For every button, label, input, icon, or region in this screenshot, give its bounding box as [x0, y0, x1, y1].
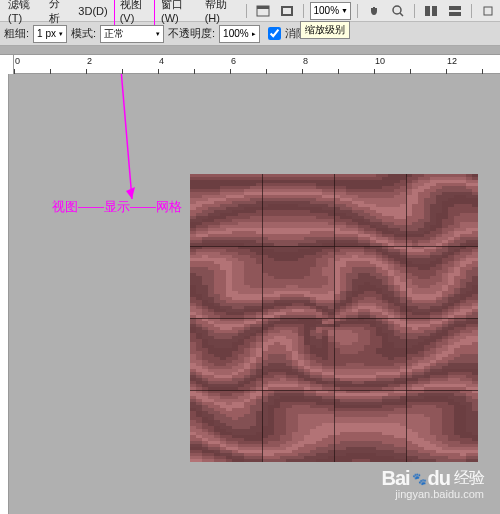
- mode-select[interactable]: 正常▾: [100, 25, 164, 43]
- zoom-tooltip: 缩放级别: [300, 21, 350, 39]
- ruler-horizontal[interactable]: 02468101214: [0, 54, 500, 74]
- thickness-input[interactable]: 1 px▾: [33, 25, 67, 43]
- svg-rect-3: [283, 8, 291, 14]
- ruler-vertical[interactable]: [0, 74, 9, 514]
- baidu-logo-text: Bai: [381, 467, 409, 490]
- menu-help[interactable]: 帮助(H): [199, 0, 241, 26]
- svg-rect-10: [484, 7, 492, 15]
- menubar: 滤镜(T) 分析 3D(D) 视图(V) 窗口(W) 帮助(H) 100%▼: [0, 0, 500, 22]
- screenmode-icon[interactable]: [277, 2, 297, 20]
- zoom-icon[interactable]: [388, 2, 408, 20]
- layout-icon[interactable]: [445, 2, 465, 20]
- svg-rect-6: [425, 6, 430, 16]
- svg-rect-7: [432, 6, 437, 16]
- hand-icon[interactable]: [364, 2, 384, 20]
- zoom-input[interactable]: 100%▼: [310, 2, 351, 20]
- watermark: Bai🐾du经验 jingyan.baidu.com: [381, 467, 484, 500]
- opacity-label: 不透明度:: [168, 26, 215, 41]
- opacity-input[interactable]: 100%▸: [219, 25, 260, 43]
- svg-line-11: [117, 74, 132, 199]
- ruler-origin[interactable]: [0, 55, 14, 75]
- options-bar: 粗细: 1 px▾ 模式: 正常▾ 不透明度: 100%▸ 消除锯齿: [0, 22, 500, 46]
- mode-label: 模式:: [71, 26, 96, 41]
- antialias-checkbox[interactable]: [268, 27, 281, 40]
- menu-analysis[interactable]: 分析: [43, 0, 73, 28]
- workspace-icon[interactable]: [253, 2, 273, 20]
- svg-point-4: [393, 6, 401, 14]
- svg-rect-1: [257, 6, 269, 9]
- svg-line-5: [400, 13, 403, 16]
- extras-icon[interactable]: [478, 2, 498, 20]
- menu-filter[interactable]: 滤镜(T): [2, 0, 43, 26]
- paw-icon: 🐾: [412, 472, 426, 486]
- canvas-area: 视图——显示——网格 Bai🐾du经验 jingyan.baidu.com: [0, 74, 500, 514]
- watermark-url: jingyan.baidu.com: [381, 488, 484, 500]
- menu-view[interactable]: 视图(V): [114, 0, 155, 26]
- annotation-text: 视图——显示——网格: [52, 198, 182, 216]
- thickness-label: 粗细:: [4, 26, 29, 41]
- menu-window[interactable]: 窗口(W): [155, 0, 199, 26]
- menu-3d[interactable]: 3D(D): [72, 3, 113, 19]
- document-canvas[interactable]: [190, 174, 478, 462]
- arrange-icon[interactable]: [421, 2, 441, 20]
- svg-rect-8: [449, 6, 461, 10]
- svg-rect-9: [449, 12, 461, 16]
